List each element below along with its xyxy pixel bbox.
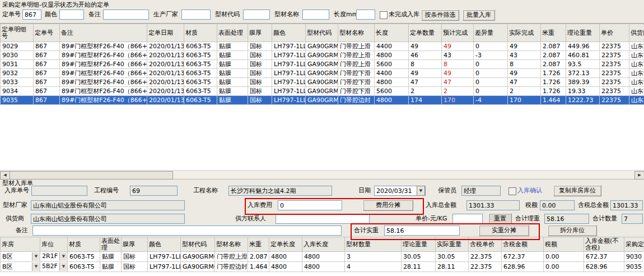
column-header[interactable]: 预计完成 (442, 24, 474, 42)
warehouse-combo[interactable]: ▼B区 (1, 262, 40, 272)
column-header[interactable]: 实际完成 (508, 24, 541, 42)
column-header[interactable]: 供货商 (629, 24, 644, 42)
scrollbar-thumb[interactable] (10, 171, 173, 180)
unit-price-input[interactable] (452, 214, 483, 224)
column-header[interactable]: 单价 (600, 24, 629, 42)
supplier-contact-input[interactable] (276, 214, 370, 224)
inbound-confirm-checkbox[interactable] (508, 187, 516, 195)
column-header[interactable]: 税额 (544, 237, 584, 252)
column-header[interactable]: 定单数量 (409, 24, 442, 42)
column-header[interactable]: 入库长度 (302, 237, 345, 252)
column-header[interactable]: 含税金额 (502, 237, 544, 252)
total-qty-input[interactable] (622, 214, 643, 224)
column-header[interactable]: 型材名称 (338, 24, 375, 42)
total-theory-weight-input[interactable] (544, 214, 589, 224)
column-header[interactable]: 含税单价 (469, 237, 502, 252)
reset-button[interactable]: 重置 (488, 213, 512, 224)
table-row[interactable]: ▼B区▼5B2F6063-T5贴膜国标LH797-1LL0GA90GRM05门带… (1, 262, 644, 272)
column-header[interactable]: 定单号 (34, 24, 60, 42)
split-location-button[interactable]: 拆分库位 (548, 225, 597, 236)
table-row[interactable]: ▼B区▼2R1F6063-T5贴膜国标LH797-1LL0GA90GRM03门带… (1, 252, 644, 262)
profile-name-input[interactable] (302, 10, 329, 20)
column-header[interactable]: 表面处理 (217, 24, 248, 42)
cell: 174 (409, 96, 442, 105)
column-header[interactable]: 理论重量 (566, 24, 600, 42)
cell: LH797-1LL0 (272, 69, 306, 78)
order-no-input[interactable] (22, 10, 41, 20)
cell: 460.81 (566, 51, 600, 60)
date-picker-dropdown-icon[interactable]: ▼ (417, 186, 425, 196)
cell: 372.13 (566, 69, 600, 78)
column-header[interactable]: 备注 (60, 24, 147, 42)
project-no-input[interactable] (130, 186, 178, 196)
manufacturer-label: 生产厂家 (153, 10, 178, 20)
location-combo[interactable]: ▼2R1F (40, 252, 68, 262)
scroll-right-icon[interactable]: ▶ (634, 171, 644, 180)
column-header[interactable]: 型材代码 (181, 237, 215, 252)
table-row[interactable]: 903386789#门框型材F26-F40（866+867）2020/01/13… (1, 78, 644, 87)
cell: 89#门框型材F26-F40（866+867） (60, 87, 147, 96)
note-input[interactable] (32, 226, 342, 236)
remark-input[interactable] (103, 10, 149, 20)
length-input[interactable] (356, 10, 375, 20)
location-combo[interactable]: ▼5B2F (40, 262, 68, 272)
copy-warehouse-location-button[interactable]: 复制库房库位 (553, 185, 601, 196)
column-header[interactable]: 定单长度 (269, 237, 302, 252)
column-header[interactable]: 型材代码 (306, 24, 338, 42)
column-header[interactable]: 长度 (375, 24, 409, 42)
column-header[interactable]: 实际重量 (436, 237, 469, 252)
column-header[interactable]: 颜色 (148, 237, 181, 252)
profile-code-input[interactable] (243, 10, 270, 20)
column-header[interactable]: 库位 (40, 237, 68, 252)
order-table-hscrollbar[interactable]: ◀ ▶ (0, 170, 644, 179)
project-name-input[interactable] (228, 186, 332, 196)
total-amount-input[interactable] (466, 200, 520, 210)
scroll-left-icon[interactable]: ◀ (0, 171, 10, 180)
column-header[interactable]: 材质 (68, 237, 100, 252)
table-row[interactable]: 903486789#门框型材F26-F40（866+867）2020/01/13… (1, 87, 644, 96)
column-header[interactable]: 米重 (248, 237, 269, 252)
warehouse-combo[interactable]: ▼B区 (1, 252, 40, 262)
color-input[interactable] (59, 10, 84, 20)
cell: 8 (442, 60, 474, 69)
column-header[interactable]: 库房 (1, 237, 40, 252)
column-header[interactable]: 米重 (541, 24, 566, 42)
tax-input[interactable] (540, 200, 575, 210)
column-header[interactable]: 差异量 (474, 24, 508, 42)
actual-weight-share-button[interactable]: 实重分摊 (479, 225, 529, 236)
manufacturer-input[interactable] (181, 10, 211, 20)
inbound-fee-input[interactable] (278, 200, 342, 210)
combo-arrow-icon[interactable]: ▼ (32, 263, 40, 271)
table-row[interactable]: 903586789#门框型材F26-F40（866+867）2020/01/13… (1, 96, 644, 105)
combo-arrow-icon[interactable]: ▼ (59, 263, 67, 271)
table-row[interactable]: 903286789#门框型材F26-F40（866+867）2020/01/13… (1, 69, 644, 78)
column-header[interactable]: 型材数量 (345, 237, 402, 252)
column-header[interactable]: 膜厚 (122, 237, 148, 252)
table-row[interactable]: 903086789#门框型材F26-F40（866+867）2020/01/13… (1, 51, 644, 60)
column-header[interactable]: 定单日期 (147, 24, 184, 42)
filter-by-condition-button[interactable]: 按条件筛选 (421, 10, 459, 21)
keeper-input[interactable] (461, 186, 501, 196)
column-header[interactable]: 理论重量 (402, 237, 436, 252)
unfinished-checkbox[interactable] (380, 11, 388, 19)
table-row[interactable]: 902986789#门框型材F26-F40（866+867）2020/01/13… (1, 42, 644, 51)
batch-inbound-button[interactable]: 批量入库 (463, 10, 495, 21)
supplier-input[interactable] (31, 214, 185, 224)
column-header[interactable]: 型材名称 (215, 237, 248, 252)
column-header[interactable]: 膜厚 (248, 24, 272, 42)
column-header[interactable]: 采购定单行号 (624, 237, 644, 252)
column-header[interactable]: 定单明细号 (1, 24, 34, 42)
factory-input[interactable] (31, 200, 185, 210)
total-actual-weight-input[interactable] (384, 226, 460, 236)
column-header[interactable]: 颜色 (272, 24, 306, 42)
inbound-no-input[interactable] (31, 186, 87, 196)
column-header[interactable]: 材质 (184, 24, 217, 42)
table-row[interactable]: 903186789#门框型材F26-F40（866+867）2020/01/13… (1, 60, 644, 69)
column-header[interactable]: 入库金额(不含税) (584, 237, 624, 252)
combo-arrow-icon[interactable]: ▼ (32, 252, 40, 261)
cell: 4800 (269, 252, 302, 262)
fee-share-button[interactable]: 费用分摊 (363, 200, 413, 211)
combo-arrow-icon[interactable]: ▼ (59, 252, 67, 261)
total-with-tax-input[interactable] (610, 200, 643, 210)
column-header[interactable]: 表面处理 (100, 237, 122, 252)
